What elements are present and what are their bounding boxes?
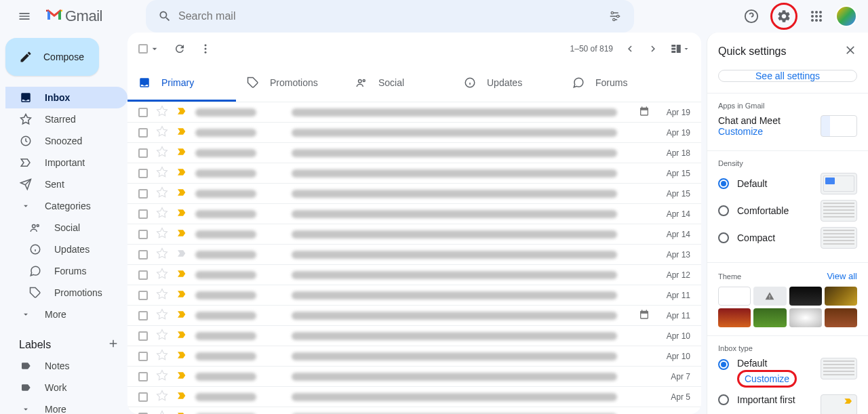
- important-marker[interactable]: [176, 330, 187, 341]
- star-button[interactable]: [156, 308, 168, 323]
- chat-meet-customize-link[interactable]: Customize: [718, 126, 781, 137]
- labels-more[interactable]: More: [5, 398, 127, 414]
- nav-snoozed[interactable]: Snoozed: [5, 130, 127, 152]
- apps-button[interactable]: [803, 3, 830, 30]
- message-checkbox[interactable]: [138, 169, 148, 178]
- message-row[interactable]: Apr 13: [127, 245, 701, 265]
- account-avatar[interactable]: [835, 5, 857, 27]
- message-row[interactable]: Apr 14: [127, 224, 701, 245]
- search-options-icon[interactable]: [601, 9, 629, 23]
- nav-cat-updates[interactable]: Updates: [15, 239, 127, 260]
- close-settings-button[interactable]: [844, 43, 857, 59]
- density-default[interactable]: Default: [718, 173, 857, 194]
- compose-button[interactable]: Compose: [5, 38, 99, 76]
- message-checkbox[interactable]: [138, 352, 148, 361]
- prev-page-button[interactable]: [624, 43, 636, 55]
- density-comfortable[interactable]: Comfortable: [718, 200, 857, 222]
- star-button[interactable]: [156, 227, 168, 241]
- important-marker[interactable]: [176, 310, 187, 321]
- message-checkbox[interactable]: [138, 189, 148, 199]
- star-button[interactable]: [156, 166, 168, 180]
- message-checkbox[interactable]: [138, 209, 148, 219]
- message-row[interactable]: Apr 14: [127, 204, 701, 224]
- message-checkbox[interactable]: [138, 392, 148, 402]
- message-row[interactable]: Apr 19: [127, 123, 701, 143]
- support-button[interactable]: [738, 3, 765, 30]
- inbox-type-default[interactable]: Default Customize: [718, 358, 857, 388]
- label-notes[interactable]: Notes: [5, 355, 127, 377]
- theme-option[interactable]: [825, 287, 857, 306]
- nav-cat-forums[interactable]: Forums: [15, 260, 127, 282]
- important-marker[interactable]: [176, 127, 187, 138]
- message-checkbox[interactable]: [138, 311, 148, 320]
- star-button[interactable]: [156, 349, 168, 363]
- message-row[interactable]: Apr 18: [127, 143, 701, 163]
- refresh-button[interactable]: [174, 43, 186, 55]
- theme-option[interactable]: [789, 308, 822, 327]
- important-marker[interactable]: [176, 289, 187, 301]
- theme-option[interactable]: [789, 287, 822, 306]
- important-marker[interactable]: [176, 249, 187, 260]
- star-button[interactable]: [156, 410, 168, 414]
- split-pane-button[interactable]: [670, 43, 690, 55]
- message-checkbox[interactable]: [138, 331, 148, 341]
- tab-promotions[interactable]: Promotions: [236, 65, 344, 102]
- tab-primary[interactable]: Primary: [127, 65, 236, 102]
- select-all[interactable]: [138, 43, 160, 54]
- nav-cat-social[interactable]: Social: [15, 217, 127, 239]
- tab-updates[interactable]: Updates: [453, 65, 561, 102]
- star-button[interactable]: [156, 186, 168, 201]
- important-marker[interactable]: [176, 188, 187, 199]
- message-row[interactable]: Apr 10: [127, 326, 701, 346]
- search-input[interactable]: [178, 10, 601, 22]
- theme-option[interactable]: [718, 287, 751, 306]
- star-button[interactable]: [156, 369, 168, 384]
- tab-social[interactable]: Social: [344, 65, 453, 102]
- star-button[interactable]: [156, 247, 168, 262]
- message-row[interactable]: Apr 11: [127, 285, 701, 306]
- message-checkbox[interactable]: [138, 148, 148, 158]
- message-row[interactable]: Apr 12: [127, 265, 701, 285]
- add-label-button[interactable]: [107, 337, 119, 352]
- theme-option[interactable]: [718, 308, 751, 327]
- message-row[interactable]: Apr 15: [127, 163, 701, 184]
- see-all-settings-button[interactable]: See all settings: [718, 70, 857, 82]
- theme-option[interactable]: [753, 308, 786, 327]
- star-button[interactable]: [156, 329, 168, 343]
- message-row[interactable]: Apr 7: [127, 367, 701, 387]
- star-button[interactable]: [156, 390, 168, 404]
- gmail-logo[interactable]: Gmail: [46, 7, 102, 25]
- star-button[interactable]: [156, 288, 168, 302]
- important-marker[interactable]: [176, 269, 187, 281]
- message-row[interactable]: Apr 5: [127, 407, 701, 414]
- message-checkbox[interactable]: [138, 230, 148, 239]
- nav-inbox[interactable]: Inbox: [5, 87, 127, 108]
- star-button[interactable]: [156, 268, 168, 282]
- nav-cat-promotions[interactable]: Promotions: [15, 282, 127, 304]
- message-checkbox[interactable]: [138, 270, 148, 280]
- nav-categories[interactable]: Categories: [5, 195, 127, 217]
- star-button[interactable]: [156, 105, 168, 119]
- message-checkbox[interactable]: [138, 372, 148, 381]
- nav-sent[interactable]: Sent: [5, 173, 127, 195]
- important-marker[interactable]: [176, 411, 187, 414]
- label-work[interactable]: Work: [5, 377, 127, 398]
- tab-forums[interactable]: Forums: [561, 65, 670, 102]
- message-checkbox[interactable]: [138, 108, 148, 117]
- important-marker[interactable]: [176, 228, 187, 240]
- star-button[interactable]: [156, 146, 168, 160]
- message-row[interactable]: Apr 10: [127, 346, 701, 367]
- density-compact[interactable]: Compact: [718, 227, 857, 249]
- star-button[interactable]: [156, 207, 168, 221]
- important-marker[interactable]: [176, 147, 187, 159]
- nav-starred[interactable]: Starred: [5, 108, 127, 130]
- message-row[interactable]: Apr 15: [127, 184, 701, 204]
- nav-important[interactable]: Important: [5, 152, 127, 173]
- important-marker[interactable]: [176, 208, 187, 220]
- search-bar[interactable]: [146, 0, 634, 33]
- settings-button[interactable]: [770, 3, 797, 30]
- theme-option[interactable]: [825, 308, 857, 327]
- main-menu-button[interactable]: [11, 3, 38, 30]
- next-page-button[interactable]: [647, 43, 659, 55]
- inbox-type-important-first[interactable]: Important first: [718, 394, 857, 414]
